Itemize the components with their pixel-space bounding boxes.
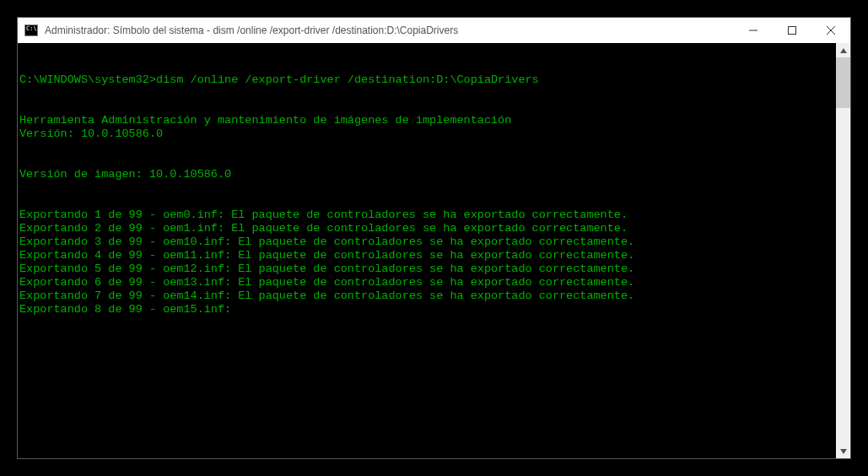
version-line: Versión: 10.0.10586.0: [19, 127, 163, 140]
scroll-thumb[interactable]: [836, 57, 850, 108]
tool-header: Herramienta Administración y mantenimien…: [19, 114, 511, 127]
scroll-up-arrow-icon[interactable]: [836, 43, 850, 57]
export-line: Exportando 1 de 99 - oem0.inf: El paquet…: [19, 208, 628, 221]
export-line: Exportando 5 de 99 - oem12.inf: El paque…: [19, 262, 634, 275]
console-output: C:\WINDOWS\system32>dism /online /export…: [19, 46, 835, 330]
maximize-button[interactable]: [773, 18, 811, 43]
svg-marker-5: [840, 449, 847, 454]
scroll-down-arrow-icon[interactable]: [836, 444, 850, 458]
export-line: Exportando 2 de 99 - oem1.inf: El paquet…: [19, 222, 628, 235]
export-line: Exportando 7 de 99 - oem14.inf: El paque…: [19, 289, 634, 302]
vertical-scrollbar[interactable]: [836, 43, 850, 458]
export-line: Exportando 8 de 99 - oem15.inf:: [19, 303, 231, 316]
cmd-icon: [24, 24, 38, 36]
export-line: Exportando 4 de 99 - oem11.inf: El paque…: [19, 249, 634, 262]
titlebar[interactable]: Administrador: Símbolo del sistema - dis…: [18, 18, 850, 43]
minimize-button[interactable]: [734, 18, 773, 43]
close-button[interactable]: [811, 18, 850, 43]
svg-marker-4: [840, 48, 847, 53]
window-title: Administrador: Símbolo del sistema - dis…: [45, 24, 458, 36]
export-line: Exportando 6 de 99 - oem13.inf: El paque…: [19, 276, 634, 289]
window-controls: [734, 18, 850, 43]
export-line: Exportando 3 de 99 - oem10.inf: El paque…: [19, 235, 634, 248]
image-version-line: Versión de imagen: 10.0.10586.0: [19, 168, 231, 181]
command-text: dism /online /export-driver /destination…: [156, 73, 539, 86]
console-area[interactable]: C:\WINDOWS\system32>dism /online /export…: [18, 43, 850, 458]
command-prompt-window: Administrador: Símbolo del sistema - dis…: [17, 17, 851, 459]
prompt-path: C:\WINDOWS\system32>: [19, 73, 156, 86]
svg-rect-1: [789, 27, 796, 35]
